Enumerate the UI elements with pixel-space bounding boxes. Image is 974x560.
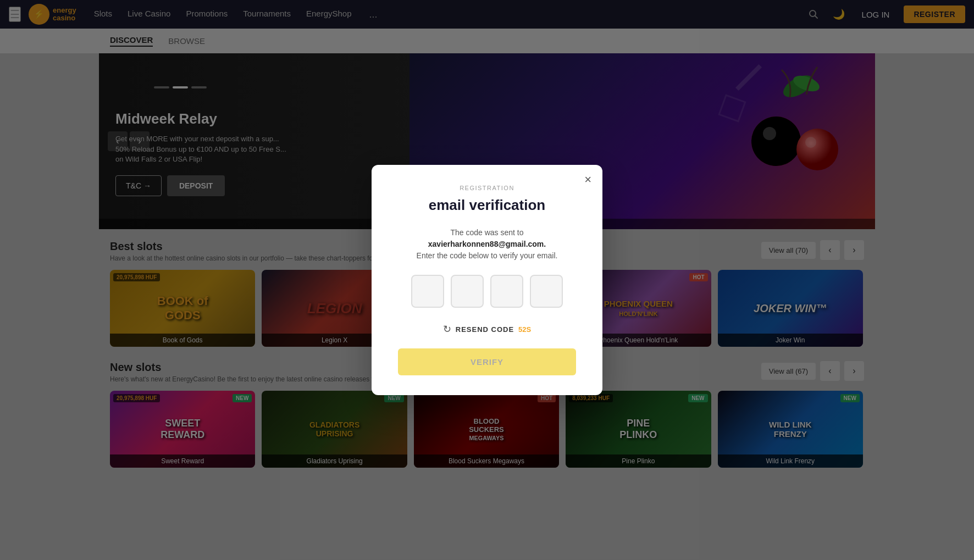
modal-close-button[interactable]: × — [584, 174, 591, 186]
email-verification-modal: × REGISTRATION email verification The co… — [372, 165, 602, 395]
resend-area: ↻ RESEND CODE 52S — [398, 323, 576, 335]
refresh-icon: ↻ — [443, 323, 451, 335]
modal-title: email verification — [398, 197, 576, 214]
resend-code-button[interactable]: RESEND CODE — [456, 325, 514, 334]
modal-info: The code was sent to xavierharkonnen88@g… — [398, 227, 576, 262]
code-input-4[interactable] — [530, 275, 563, 308]
modal-overlay: × REGISTRATION email verification The co… — [0, 0, 974, 560]
code-input-1[interactable] — [411, 275, 444, 308]
modal-email: xavierharkonnen88@gmail.com. — [428, 240, 546, 248]
verify-button[interactable]: VERIFY — [398, 348, 576, 375]
modal-info-line1: The code was sent to — [450, 228, 523, 237]
resend-timer: 52S — [518, 325, 531, 334]
code-inputs — [398, 275, 576, 308]
code-input-3[interactable] — [490, 275, 523, 308]
modal-info-line2: Enter the code below to verify your emai… — [417, 251, 558, 260]
modal-label: REGISTRATION — [398, 185, 576, 191]
code-input-2[interactable] — [451, 275, 484, 308]
